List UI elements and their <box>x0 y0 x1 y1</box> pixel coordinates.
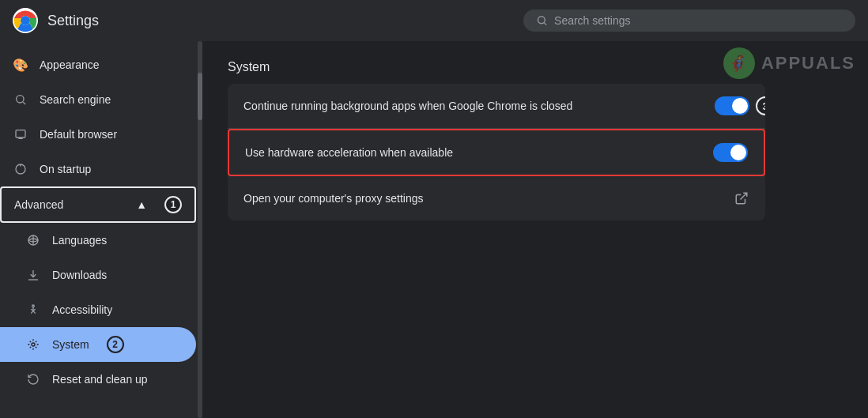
chrome-logo <box>13 8 38 33</box>
sidebar: 🎨 Appearance Search engine Default brows… <box>0 41 202 418</box>
svg-point-18 <box>32 343 35 346</box>
sidebar-item-label: System <box>52 338 89 351</box>
page-title: Settings <box>47 13 99 29</box>
toggle-track-hw[interactable] <box>713 143 748 162</box>
sidebar-item-on-startup[interactable]: On startup <box>0 152 196 186</box>
on-startup-icon <box>13 161 28 177</box>
languages-icon <box>25 232 41 248</box>
search-engine-icon <box>13 92 28 107</box>
background-apps-toggle[interactable] <box>715 96 749 115</box>
content-area: 🎨 Appearance Search engine Default brows… <box>0 41 868 418</box>
accessibility-icon <box>25 302 41 318</box>
proxy-settings-label: Open your computer's proxy settings <box>243 192 734 205</box>
setting-row-background-apps: Continue running background apps when Go… <box>228 84 765 129</box>
toggle-thumb-hw <box>730 145 746 160</box>
svg-point-4 <box>17 96 24 103</box>
app-header: Settings <box>0 0 868 41</box>
system-badge: 2 <box>107 336 124 353</box>
search-bar[interactable] <box>523 9 855 32</box>
external-link-icon[interactable] <box>734 190 749 206</box>
setting-row-hardware-acceleration: Use hardware acceleration when available <box>228 129 765 176</box>
watermark: 🦸 APPUALS <box>723 47 855 79</box>
search-input[interactable] <box>554 14 843 27</box>
hardware-acceleration-toggle[interactable] <box>713 143 748 162</box>
sidebar-item-label: Languages <box>52 234 107 247</box>
settings-card: Continue running background apps when Go… <box>228 84 765 220</box>
svg-point-14 <box>32 305 35 307</box>
appearance-icon: 🎨 <box>13 57 28 73</box>
sidebar-item-search-engine[interactable]: Search engine <box>0 82 196 117</box>
sidebar-item-label: Default browser <box>40 128 117 141</box>
downloads-icon <box>25 267 41 283</box>
hardware-acceleration-label: Use hardware acceleration when available <box>245 146 713 159</box>
toggle-thumb <box>732 98 748 114</box>
sidebar-item-system[interactable]: System 2 <box>0 327 196 362</box>
sidebar-item-label: Search engine <box>40 93 111 106</box>
watermark-icon: 🦸 <box>723 47 755 79</box>
sidebar-item-downloads[interactable]: Downloads <box>0 258 196 292</box>
sidebar-item-label: Downloads <box>52 269 107 281</box>
svg-point-2 <box>538 17 545 24</box>
sidebar-item-label: Accessibility <box>52 303 112 316</box>
sidebar-item-default-browser[interactable]: Default browser <box>0 117 196 152</box>
sidebar-item-appearance[interactable]: 🎨 Appearance <box>0 47 196 82</box>
search-icon <box>536 14 548 27</box>
main-content: 🦸 APPUALS System Continue running backgr… <box>202 41 868 418</box>
advanced-badge: 1 <box>164 196 182 213</box>
svg-line-19 <box>741 193 747 199</box>
watermark-text: APPUALS <box>761 53 855 73</box>
sidebar-item-languages[interactable]: Languages <box>0 223 196 258</box>
svg-rect-6 <box>16 130 25 137</box>
setting-row-proxy: Open your computer's proxy settings <box>228 176 765 220</box>
svg-line-17 <box>33 311 36 313</box>
toggle-track[interactable] <box>715 96 749 115</box>
background-apps-label: Continue running background apps when Go… <box>243 100 715 112</box>
svg-point-1 <box>21 16 30 25</box>
sidebar-item-label: Appearance <box>40 58 100 71</box>
svg-line-3 <box>544 23 546 25</box>
sidebar-item-reset[interactable]: Reset and clean up <box>0 362 196 397</box>
badge-3: 3 <box>756 96 765 115</box>
sidebar-item-label: Advanced <box>14 198 63 211</box>
reset-icon <box>25 371 41 387</box>
sidebar-item-label: On startup <box>40 163 91 175</box>
default-browser-icon <box>13 126 28 142</box>
sidebar-item-label: Reset and clean up <box>52 373 148 386</box>
sidebar-item-accessibility[interactable]: Accessibility <box>0 292 196 327</box>
sidebar-item-advanced[interactable]: Advanced ▲ 1 <box>0 186 196 223</box>
svg-line-5 <box>23 102 25 104</box>
system-icon <box>25 337 41 352</box>
